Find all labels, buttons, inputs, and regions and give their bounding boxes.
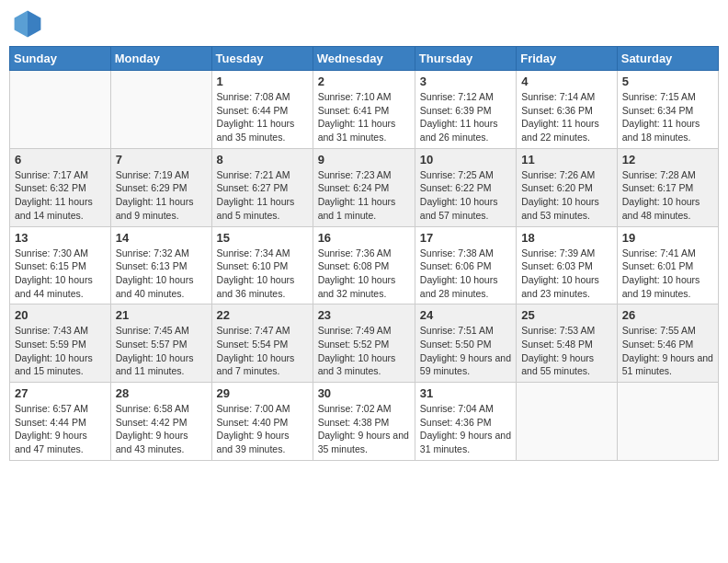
day-info: Sunrise: 7:43 AM Sunset: 5:59 PM Dayligh… (15, 324, 106, 378)
day-number: 24 (420, 308, 511, 322)
logo-icon (13, 9, 42, 39)
calendar-cell: 20Sunrise: 7:43 AM Sunset: 5:59 PM Dayli… (10, 304, 111, 383)
day-number: 21 (116, 308, 207, 322)
calendar-cell (110, 71, 211, 149)
day-number: 23 (318, 308, 410, 322)
calendar-cell: 10Sunrise: 7:25 AM Sunset: 6:22 PM Dayli… (415, 148, 516, 226)
calendar-cell: 16Sunrise: 7:36 AM Sunset: 6:08 PM Dayli… (313, 226, 415, 304)
calendar-cell: 9Sunrise: 7:23 AM Sunset: 6:24 PM Daylig… (313, 148, 415, 226)
week-row-1: 1Sunrise: 7:08 AM Sunset: 6:44 PM Daylig… (10, 71, 719, 149)
day-number: 25 (521, 308, 612, 322)
day-info: Sunrise: 7:34 AM Sunset: 6:10 PM Dayligh… (217, 247, 308, 301)
calendar-cell: 19Sunrise: 7:41 AM Sunset: 6:01 PM Dayli… (617, 226, 718, 304)
day-header-monday: Monday (110, 47, 211, 71)
day-number: 20 (15, 308, 106, 322)
day-info: Sunrise: 6:57 AM Sunset: 4:44 PM Dayligh… (15, 402, 106, 456)
day-info: Sunrise: 7:25 AM Sunset: 6:22 PM Dayligh… (420, 168, 511, 223)
week-row-5: 27Sunrise: 6:57 AM Sunset: 4:44 PM Dayli… (10, 383, 719, 461)
calendar-header-row: SundayMondayTuesdayWednesdayThursdayFrid… (10, 47, 719, 71)
day-number: 9 (318, 153, 410, 167)
day-number: 26 (622, 308, 713, 322)
day-number: 19 (622, 231, 713, 245)
day-number: 2 (318, 75, 410, 88)
calendar-table: SundayMondayTuesdayWednesdayThursdayFrid… (9, 46, 719, 461)
calendar-cell: 17Sunrise: 7:38 AM Sunset: 6:06 PM Dayli… (415, 226, 516, 304)
day-info: Sunrise: 7:47 AM Sunset: 5:54 PM Dayligh… (217, 324, 308, 378)
day-info: Sunrise: 7:08 AM Sunset: 6:44 PM Dayligh… (217, 90, 308, 144)
day-number: 16 (318, 231, 410, 245)
calendar-cell: 23Sunrise: 7:49 AM Sunset: 5:52 PM Dayli… (313, 304, 415, 383)
day-info: Sunrise: 7:30 AM Sunset: 6:15 PM Dayligh… (15, 247, 106, 301)
day-info: Sunrise: 7:26 AM Sunset: 6:20 PM Dayligh… (521, 168, 612, 223)
calendar-cell: 25Sunrise: 7:53 AM Sunset: 5:48 PM Dayli… (517, 304, 618, 383)
day-header-friday: Friday (517, 47, 618, 71)
day-number: 7 (116, 153, 207, 167)
day-info: Sunrise: 7:41 AM Sunset: 6:01 PM Dayligh… (622, 247, 713, 301)
calendar-cell: 15Sunrise: 7:34 AM Sunset: 6:10 PM Dayli… (211, 226, 313, 304)
calendar-cell: 14Sunrise: 7:32 AM Sunset: 6:13 PM Dayli… (110, 226, 211, 304)
day-header-thursday: Thursday (415, 47, 516, 71)
day-number: 11 (521, 153, 612, 167)
calendar-cell (10, 71, 111, 149)
calendar-cell: 22Sunrise: 7:47 AM Sunset: 5:54 PM Dayli… (211, 304, 313, 383)
day-number: 3 (420, 75, 511, 88)
day-info: Sunrise: 7:39 AM Sunset: 6:03 PM Dayligh… (521, 247, 612, 301)
day-info: Sunrise: 7:38 AM Sunset: 6:06 PM Dayligh… (420, 247, 511, 301)
calendar-cell: 5Sunrise: 7:15 AM Sunset: 6:34 PM Daylig… (617, 71, 718, 149)
day-number: 10 (420, 153, 511, 167)
day-info: Sunrise: 7:21 AM Sunset: 6:27 PM Dayligh… (217, 168, 308, 223)
day-info: Sunrise: 7:32 AM Sunset: 6:13 PM Dayligh… (116, 247, 207, 301)
calendar-cell: 6Sunrise: 7:17 AM Sunset: 6:32 PM Daylig… (10, 148, 111, 226)
day-header-tuesday: Tuesday (211, 47, 313, 71)
day-info: Sunrise: 7:55 AM Sunset: 5:46 PM Dayligh… (622, 324, 713, 378)
page-header (9, 9, 719, 39)
day-number: 15 (217, 231, 308, 245)
day-number: 22 (217, 308, 308, 322)
calendar-cell: 12Sunrise: 7:28 AM Sunset: 6:17 PM Dayli… (617, 148, 718, 226)
calendar-cell: 21Sunrise: 7:45 AM Sunset: 5:57 PM Dayli… (110, 304, 211, 383)
day-info: Sunrise: 7:00 AM Sunset: 4:40 PM Dayligh… (217, 402, 308, 456)
day-info: Sunrise: 7:17 AM Sunset: 6:32 PM Dayligh… (15, 168, 106, 223)
day-info: Sunrise: 7:19 AM Sunset: 6:29 PM Dayligh… (116, 168, 207, 223)
day-info: Sunrise: 7:36 AM Sunset: 6:08 PM Dayligh… (318, 247, 410, 301)
logo (13, 9, 46, 39)
calendar-cell: 2Sunrise: 7:10 AM Sunset: 6:41 PM Daylig… (313, 71, 415, 149)
day-number: 4 (521, 75, 612, 88)
svg-marker-3 (15, 11, 28, 38)
day-info: Sunrise: 7:14 AM Sunset: 6:36 PM Dayligh… (521, 90, 612, 144)
day-number: 31 (420, 386, 511, 400)
day-number: 1 (217, 75, 308, 88)
day-number: 18 (521, 231, 612, 245)
day-header-saturday: Saturday (617, 47, 718, 71)
calendar-cell: 26Sunrise: 7:55 AM Sunset: 5:46 PM Dayli… (617, 304, 718, 383)
calendar-cell: 13Sunrise: 7:30 AM Sunset: 6:15 PM Dayli… (10, 226, 111, 304)
calendar-cell (617, 383, 718, 461)
day-header-sunday: Sunday (10, 47, 111, 71)
calendar-cell: 11Sunrise: 7:26 AM Sunset: 6:20 PM Dayli… (517, 148, 618, 226)
calendar-cell: 27Sunrise: 6:57 AM Sunset: 4:44 PM Dayli… (10, 383, 111, 461)
week-row-4: 20Sunrise: 7:43 AM Sunset: 5:59 PM Dayli… (10, 304, 719, 383)
day-number: 28 (116, 386, 207, 400)
calendar-cell: 3Sunrise: 7:12 AM Sunset: 6:39 PM Daylig… (415, 71, 516, 149)
calendar-cell (517, 383, 618, 461)
calendar-cell: 24Sunrise: 7:51 AM Sunset: 5:50 PM Dayli… (415, 304, 516, 383)
calendar-cell: 18Sunrise: 7:39 AM Sunset: 6:03 PM Dayli… (517, 226, 618, 304)
day-number: 13 (15, 231, 106, 245)
day-number: 6 (15, 153, 106, 167)
day-number: 12 (622, 153, 713, 167)
day-info: Sunrise: 7:10 AM Sunset: 6:41 PM Dayligh… (318, 90, 410, 144)
calendar-cell: 29Sunrise: 7:00 AM Sunset: 4:40 PM Dayli… (211, 383, 313, 461)
day-info: Sunrise: 7:49 AM Sunset: 5:52 PM Dayligh… (318, 324, 410, 378)
day-number: 5 (622, 75, 713, 88)
day-info: Sunrise: 7:15 AM Sunset: 6:34 PM Dayligh… (622, 90, 713, 144)
day-number: 29 (217, 386, 308, 400)
calendar-cell: 4Sunrise: 7:14 AM Sunset: 6:36 PM Daylig… (517, 71, 618, 149)
day-info: Sunrise: 7:02 AM Sunset: 4:38 PM Dayligh… (318, 402, 410, 456)
calendar-cell: 31Sunrise: 7:04 AM Sunset: 4:36 PM Dayli… (415, 383, 516, 461)
day-number: 8 (217, 153, 308, 167)
calendar-cell: 7Sunrise: 7:19 AM Sunset: 6:29 PM Daylig… (110, 148, 211, 226)
day-info: Sunrise: 7:23 AM Sunset: 6:24 PM Dayligh… (318, 168, 410, 223)
day-number: 30 (318, 386, 410, 400)
calendar-cell: 8Sunrise: 7:21 AM Sunset: 6:27 PM Daylig… (211, 148, 313, 226)
day-info: Sunrise: 7:51 AM Sunset: 5:50 PM Dayligh… (420, 324, 511, 378)
